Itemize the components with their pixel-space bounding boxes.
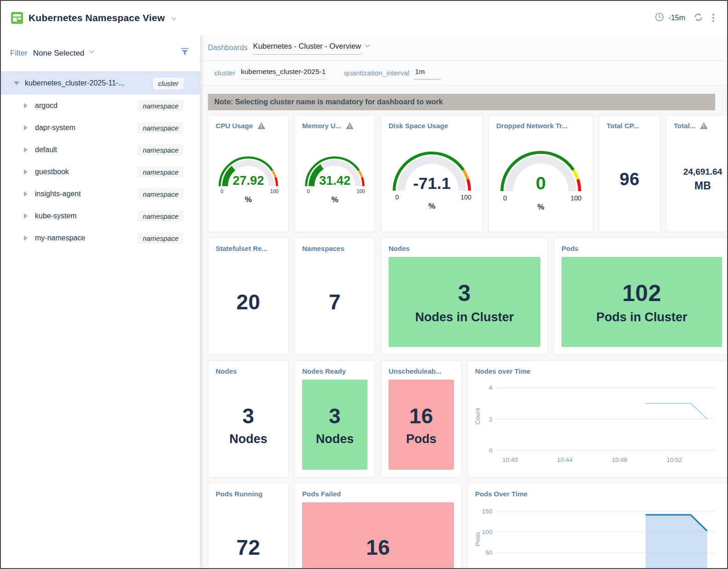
warning-icon[interactable] [346,122,354,129]
card-pods-failed[interactable]: Pods Failed 16 [294,483,462,568]
card-memory-usage[interactable]: Memory U... 31.420100% [294,115,375,232]
tree-item-label[interactable]: kubernetes_cluster-2025-11-... [25,79,125,87]
card-title: Nodes over Time [475,367,531,375]
card-pods-running[interactable]: Pods Running 72 [208,483,289,568]
gauge-memory-usage[interactable]: 31.420100% [295,130,375,232]
card-nodes-in-cluster[interactable]: Nodes 3 Nodes in Cluster [381,238,548,355]
card-namespaces[interactable]: Namespaces 7 [294,238,375,355]
card-unschedulable-pods[interactable]: Unscheduleab... 16 Pods [381,360,462,478]
tree-item-label[interactable]: dapr-system [35,124,75,132]
card-title: Statefulset Re... [216,245,268,252]
namespace-tree: kubernetes_cluster-2025-11-... cluster a… [1,72,200,249]
dashboard-selector-row: Dashboards Kubernetes - Cluster - Overvi… [200,35,727,61]
svg-text:4: 4 [489,384,493,391]
svg-text:100: 100 [357,188,365,194]
pods-failed-value: 16 [366,535,390,560]
refresh-icon[interactable] [694,12,703,24]
caret-right-icon[interactable] [24,103,31,108]
filter-bar: Filter None Selected [1,35,200,72]
app-window: Kubernetes Namespace View -15m Filter No… [0,0,728,569]
quantization-interval-value[interactable]: 1m [414,67,441,80]
card-cpu-usage[interactable]: CPU Usage 27.920100% [208,115,289,232]
namespace-badge: namespace [138,188,183,200]
total-cpu-value: 96 [619,170,639,189]
card-disk-space-usage[interactable]: Disk Space Usage -71.10100% [381,115,483,232]
card-dropped-network-traffic[interactable]: Dropped Network Tr... 00100% [488,115,593,232]
clock-icon[interactable] [655,12,664,23]
title-chevron-down-icon[interactable] [171,17,177,21]
cluster-param-value[interactable]: kubernetes_cluster-2025-1 [240,67,327,80]
card-nodes[interactable]: Nodes 3 Nodes [208,360,289,478]
svg-text:Pods: Pods [474,532,481,546]
svg-text:0: 0 [396,193,399,201]
gauge-cpu-usage[interactable]: 27.920100% [208,130,288,232]
filter-label: Filter [10,49,28,58]
caret-down-icon[interactable] [14,81,21,85]
tree-item-my-namespace[interactable]: my-namespace namespace [1,227,200,249]
caret-right-icon[interactable] [24,191,31,197]
gauge-disk-space-usage[interactable]: -71.10100% [381,130,482,232]
caret-right-icon[interactable] [24,125,31,131]
filter-funnel-icon[interactable] [181,48,189,58]
tree-item-argocd[interactable]: argocd namespace [1,95,200,117]
nodes-over-time-chart[interactable]: 02410:4010:4410:4810:52Count [468,375,727,477]
card-title: Nodes [216,367,237,375]
caret-right-icon[interactable] [24,235,31,241]
nodes-ready-box: 3 Nodes [302,380,367,470]
tree-item-insights-agent[interactable]: insights-agent namespace [1,183,200,205]
tree-item-label[interactable]: insights-agent [35,190,81,198]
pods-over-time-chart[interactable]: 50100150Pods [468,498,727,568]
tree-item-guestbook[interactable]: guestbook namespace [1,161,200,183]
card-total-memory[interactable]: Total... 24,691.64 MB [666,115,727,232]
warning-icon[interactable] [258,122,265,129]
card-nodes-ready[interactable]: Nodes Ready 3 Nodes [294,360,375,478]
card-title: CPU Usage [216,122,253,130]
pods-in-cluster-sublabel: Pods in Cluster [596,310,687,324]
filter-chevron-down-icon[interactable] [89,50,94,54]
card-nodes-over-time[interactable]: Nodes over Time 02410:4010:4410:4810:52C… [467,360,727,478]
svg-text:0: 0 [307,188,310,194]
dashboard-select[interactable]: Kubernetes - Cluster - Overview [252,41,362,55]
statefulset-value: 20 [236,290,260,314]
pods-running-value: 72 [236,535,260,560]
filter-value-dropdown[interactable]: None Selected [33,49,85,58]
gauge-dropped-network-traffic[interactable]: 00100% [489,130,593,232]
tree-item-dapr-system[interactable]: dapr-system namespace [1,117,200,139]
svg-text:50: 50 [486,549,493,556]
tree-item-cluster[interactable]: kubernetes_cluster-2025-11-... cluster [1,72,200,95]
unschedulable-box: 16 Pods [389,380,454,470]
caret-right-icon[interactable] [24,169,31,175]
caret-right-icon[interactable] [24,213,31,219]
card-title: Memory U... [302,122,341,130]
tree-item-default[interactable]: default namespace [1,139,200,161]
nodes-ready-sublabel: Nodes [316,432,354,446]
svg-text:150: 150 [482,508,493,515]
card-pods-over-time[interactable]: Pods Over Time 50100150Pods [467,483,727,568]
pods-in-cluster-value: 102 [622,280,661,307]
svg-text:100: 100 [461,193,472,201]
mandatory-cluster-note: Note: Selecting cluster name is mandator… [208,94,715,110]
svg-text:0: 0 [221,188,224,194]
tree-item-kube-system[interactable]: kube-system namespace [1,205,200,227]
nodes-ready-value: 3 [329,404,341,428]
card-title: Pods Running [216,490,263,498]
dashboards-label: Dashboards [208,44,247,52]
tree-item-label[interactable]: default [35,146,57,154]
card-pods-in-cluster[interactable]: Pods 102 Pods in Cluster [554,238,727,355]
kebab-menu-icon[interactable] [711,13,715,23]
svg-text:10:44: 10:44 [557,456,573,463]
tree-item-label[interactable]: guestbook [35,168,69,176]
warning-icon[interactable] [700,122,708,129]
namespaces-value: 7 [329,290,341,314]
card-total-cpu[interactable]: Total CP... 96 [599,115,660,232]
card-statefulset-replicas[interactable]: Statefulset Re... 20 [208,238,289,355]
tree-item-label[interactable]: argocd [35,102,57,110]
quantization-interval-label: quantization_interval [344,69,409,77]
time-range-label[interactable]: -15m [669,14,685,22]
svg-text:2: 2 [489,416,493,423]
unschedulable-sublabel: Pods [406,432,436,446]
tree-item-label[interactable]: my-namespace [35,234,85,242]
dashboard-chevron-down-icon[interactable] [365,44,370,48]
tree-item-label[interactable]: kube-system [35,212,77,220]
caret-right-icon[interactable] [24,147,31,153]
